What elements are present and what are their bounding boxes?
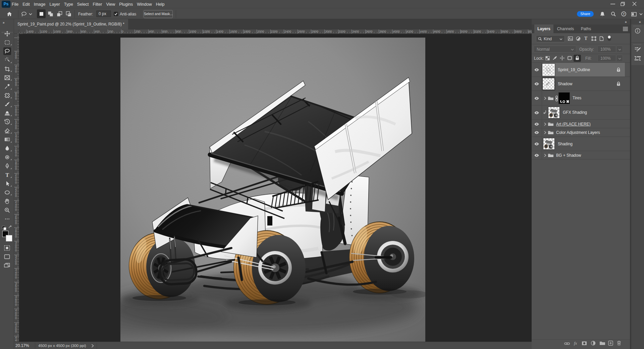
svg-text:T: T — [5, 172, 9, 178]
svg-text:?: ? — [623, 12, 625, 16]
